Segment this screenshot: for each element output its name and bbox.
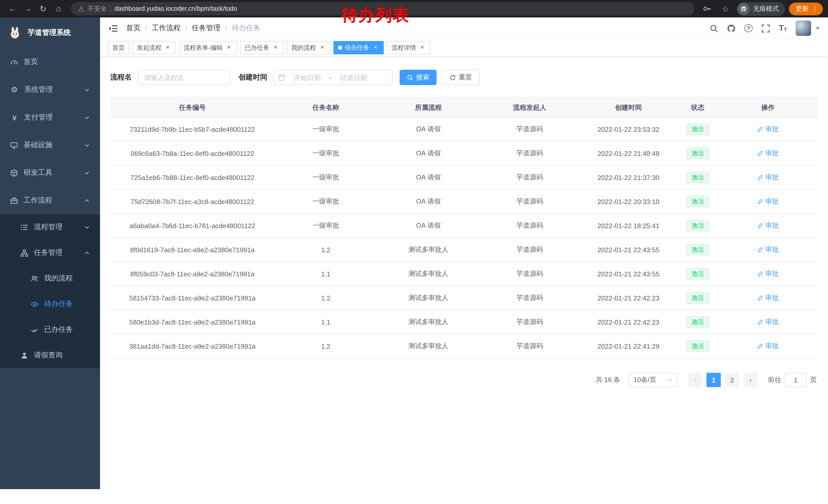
cell-task-id: 725a1eb6-7b88-11ec-8ef0-acde48001122 <box>110 165 275 189</box>
goto-label: 前往 <box>768 375 781 384</box>
cell-initiator: 芋道源码 <box>480 117 580 141</box>
tab-form-edit[interactable]: 流程表单-编辑 × <box>179 41 237 54</box>
sidebar-item-process-mgmt[interactable]: 流程管理 <box>0 214 100 240</box>
user-avatar[interactable] <box>796 20 811 36</box>
close-icon[interactable]: × <box>272 44 279 51</box>
forward-button[interactable]: → <box>20 2 35 16</box>
approve-link[interactable]: 审批 <box>757 197 779 206</box>
next-page-button[interactable]: › <box>743 373 758 387</box>
github-link[interactable] <box>727 24 736 33</box>
page-button-2[interactable]: 2 <box>725 373 739 387</box>
star-icon: ☆ <box>722 4 729 13</box>
cell-action: 审批 <box>718 165 818 189</box>
breadcrumb-home[interactable]: 首页 <box>126 24 140 33</box>
bookmark-button[interactable]: ☆ <box>718 2 733 16</box>
close-icon[interactable]: × <box>225 44 233 51</box>
status-badge: 激活 <box>687 220 709 231</box>
date-range-picker[interactable]: - <box>274 70 392 85</box>
reload-button[interactable]: ↻ <box>36 2 50 16</box>
sidebar-item-workflow[interactable]: 工作流程 <box>0 187 100 214</box>
approve-link[interactable]: 审批 <box>757 149 779 158</box>
yen-icon: ¥ <box>10 113 18 122</box>
approve-link[interactable]: 审批 <box>757 173 779 182</box>
approve-link[interactable]: 审批 <box>757 317 779 327</box>
sidebar-item-done-tasks[interactable]: 已办任务 <box>0 317 100 342</box>
close-icon[interactable]: × <box>164 44 171 51</box>
task-table: 任务编号 任务名称 所属流程 流程发起人 创建时间 状态 操作 73211d9d… <box>110 97 818 358</box>
close-icon[interactable]: × <box>319 44 326 51</box>
warning-icon: ⚠ <box>78 5 84 12</box>
status-badge: 激活 <box>687 124 709 135</box>
sidebar-item-task-mgmt[interactable]: 任务管理 <box>0 240 100 266</box>
tab-my-processes[interactable]: 我的流程 × <box>287 41 330 54</box>
back-button[interactable]: ← <box>5 2 19 16</box>
sidebar-item-todo-tasks[interactable]: 待办任务 <box>0 291 100 317</box>
password-key-button[interactable] <box>700 2 714 16</box>
breadcrumb-current: 待办任务 <box>232 24 260 33</box>
process-name-input[interactable] <box>138 70 230 85</box>
process-name-label: 流程名 <box>110 73 132 82</box>
cell-task-name: 1.1 <box>275 262 377 286</box>
tab-home[interactable]: 首页 <box>108 41 129 54</box>
cell-process: OA 请假 <box>377 214 480 238</box>
font-size-button[interactable]: TT <box>779 24 787 32</box>
approve-link[interactable]: 审批 <box>757 125 779 134</box>
cell-initiator: 芋道源码 <box>480 141 580 165</box>
cell-initiator: 芋道源码 <box>480 165 580 189</box>
sitemap-icon <box>20 249 28 257</box>
start-date-input[interactable] <box>286 74 328 81</box>
search-button[interactable]: 搜索 <box>400 70 437 85</box>
fullscreen-button[interactable] <box>761 24 770 33</box>
chevron-down-icon <box>84 114 90 120</box>
header-search-button[interactable] <box>709 24 718 33</box>
update-button[interactable]: 更新 ⋮ <box>789 2 823 15</box>
help-button[interactable]: ? <box>744 24 753 32</box>
goto-page-input[interactable] <box>785 373 806 387</box>
approve-link[interactable]: 审批 <box>757 269 779 278</box>
tab-process-detail[interactable]: 流程详情 × <box>387 41 430 54</box>
reset-button[interactable]: 重置 <box>442 70 480 85</box>
approve-link[interactable]: 审批 <box>757 245 779 254</box>
prev-page-button[interactable]: ‹ <box>688 373 702 387</box>
person-icon <box>20 352 28 359</box>
divider <box>110 5 111 12</box>
cell-task-id: 8f0d1619-7ac8-11ec-a9e2-a2380e71991a <box>110 238 275 262</box>
sidebar-item-infrastructure[interactable]: 基础设施 <box>0 131 100 159</box>
breadcrumb-task-mgmt[interactable]: 任务管理 <box>192 24 220 33</box>
approve-link-label: 审批 <box>765 197 779 206</box>
font-size-icon: T <box>779 24 784 32</box>
page-button-1[interactable]: 1 <box>706 373 721 387</box>
browser-menu-icon[interactable]: ⋮ <box>812 5 818 12</box>
approve-link[interactable]: 审批 <box>757 341 779 351</box>
chevron-up-icon <box>84 250 90 256</box>
sidebar-item-home[interactable]: 首页 <box>0 48 100 76</box>
app-logo[interactable]: 芋道管理系统 <box>0 17 100 48</box>
annotation-overlay: 待办列表 <box>342 4 409 27</box>
caret-down-icon[interactable] <box>816 27 820 30</box>
tab-start-process[interactable]: 发起流程 × <box>132 41 176 54</box>
home-button[interactable]: ⌂ <box>51 2 66 16</box>
sidebar-item-label: 我的流程 <box>44 274 73 283</box>
edit-pen-icon <box>757 223 763 229</box>
breadcrumb-workflow[interactable]: 工作流程 <box>152 24 180 33</box>
sidebar-item-leave-query[interactable]: 请假查询 <box>0 342 100 368</box>
sidebar-item-system[interactable]: ⚙ 系统管理 <box>0 76 100 103</box>
sidebar-toggle[interactable] <box>108 24 118 33</box>
tab-todo-tasks[interactable]: 待办任务 × <box>333 41 384 54</box>
page-size-select[interactable]: 10条/页 <box>628 373 678 387</box>
fullscreen-icon <box>761 24 770 33</box>
list-icon <box>20 223 28 231</box>
sidebar-item-my-processes[interactable]: 我的流程 <box>0 266 100 291</box>
sidebar-item-payment[interactable]: ¥ 支付管理 <box>0 103 100 131</box>
close-icon[interactable]: × <box>419 44 426 51</box>
cell-created: 2022-01-21 22:42:23 <box>580 310 677 334</box>
approve-link[interactable]: 审批 <box>757 221 779 230</box>
tab-done-tasks[interactable]: 已办任务 × <box>240 41 284 54</box>
sidebar-item-devtools[interactable]: 研发工具 <box>0 159 100 187</box>
approve-link[interactable]: 审批 <box>757 293 779 303</box>
sidebar-item-label: 请假查询 <box>34 351 63 360</box>
tabs-bar: 首页 发起流程 × 流程表单-编辑 × 已办任务 × 我的流程 × <box>100 39 828 56</box>
end-date-input[interactable] <box>333 74 375 81</box>
main-area: 首页 / 工作流程 / 任务管理 / 待办任务 ? TT <box>100 17 828 504</box>
close-icon[interactable]: × <box>372 44 379 51</box>
